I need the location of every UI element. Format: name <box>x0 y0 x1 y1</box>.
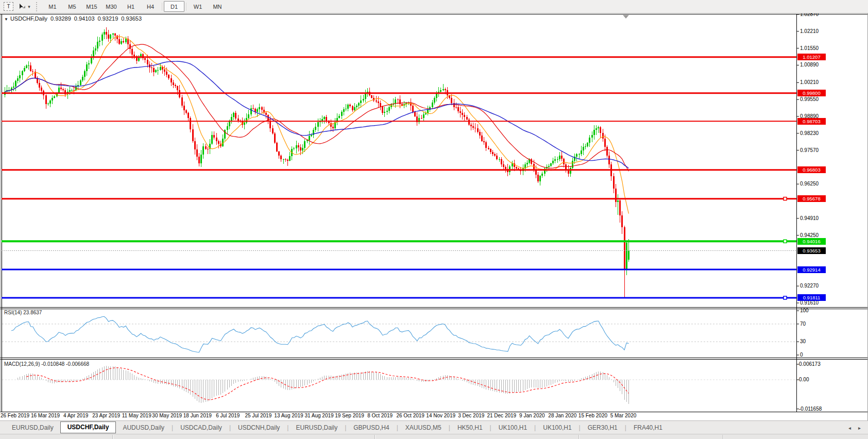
price-tick-label: 0.97570 <box>800 147 819 154</box>
tab-usdcad-daily[interactable]: USDCAD,Daily <box>174 422 229 433</box>
timeframe-button-D1[interactable]: D1 <box>164 1 184 12</box>
candle-body <box>421 118 422 119</box>
toolbar-separator <box>186 3 186 11</box>
price-badge-0.98703: 0.98703 <box>797 118 826 125</box>
candle-body <box>397 99 399 100</box>
chart-canvas[interactable] <box>0 0 868 439</box>
candle-body <box>477 128 479 131</box>
price-badge-0.92914: 0.92914 <box>797 266 826 273</box>
candle-body <box>395 99 396 104</box>
tab-usdchf-daily[interactable]: USDCHF,Daily <box>60 421 116 433</box>
candle-body <box>600 127 601 133</box>
candle-body <box>283 159 284 160</box>
candle-body <box>576 154 577 157</box>
timeframe-button-H4[interactable]: H4 <box>141 2 160 12</box>
tab-scroll-right-button[interactable]: ▸ <box>858 425 861 431</box>
symbol-tab-bar: EURUSD,DailyUSDCHF,DailyAUDUSD,Daily|USD… <box>0 420 868 434</box>
candle-body <box>628 250 629 260</box>
candle-body <box>488 148 489 149</box>
tab-uk100-h1[interactable]: UK100,H1 <box>536 422 578 433</box>
candle-body <box>118 39 120 44</box>
candle-body <box>106 32 107 35</box>
candle-body <box>274 133 276 143</box>
candle-body <box>26 65 27 67</box>
timeframe-button-M30[interactable]: M30 <box>101 2 121 12</box>
candle-body <box>224 130 226 138</box>
tab-xauusd-m5[interactable]: XAUUSD,M5 <box>399 422 448 433</box>
candle-body <box>147 60 148 64</box>
timeframe-button-M1[interactable]: M1 <box>43 2 62 12</box>
text-tool-button[interactable]: T <box>4 2 13 11</box>
candle-body <box>261 107 263 110</box>
candle-body <box>73 90 75 91</box>
tab-gbpusd-h4[interactable]: GBPUSD,H4 <box>347 422 396 433</box>
tab-hk50-h1[interactable]: HK50,H1 <box>451 422 489 433</box>
date-label: 13 Aug 2019 <box>274 413 303 419</box>
candle-body <box>349 105 351 106</box>
candle-body <box>561 156 563 159</box>
timeframe-button-W1[interactable]: W1 <box>188 2 208 12</box>
rsi-tick-label: 30 <box>800 339 806 345</box>
candle-body <box>110 35 111 39</box>
candle-body <box>293 148 295 149</box>
candle-body <box>71 90 73 91</box>
date-label: 5 Mar 2020 <box>610 413 637 419</box>
candle-body <box>494 154 496 156</box>
timeframe-button-MN[interactable]: MN <box>208 2 227 12</box>
candle-body <box>474 128 476 128</box>
timeframe-button-M5[interactable]: M5 <box>62 2 82 12</box>
price-badge-0.91811: 0.91811 <box>797 294 826 301</box>
candle-body <box>516 167 517 168</box>
candle-body <box>615 189 617 202</box>
candle-body <box>173 82 174 85</box>
date-label: 31 Aug 2019 <box>304 413 333 419</box>
tab-uk100-h1[interactable]: UK100,H1 <box>492 422 534 433</box>
cursor-tool-button[interactable]: ▾ <box>18 2 31 12</box>
date-label: 16 Mar 2019 <box>31 413 60 419</box>
macd-signal-line <box>26 368 628 400</box>
tab-audusd-daily[interactable]: AUDUSD,Daily <box>116 422 171 433</box>
candle-body <box>324 117 325 119</box>
price-tick-label: 0.98230 <box>800 130 819 137</box>
candle-body <box>445 89 446 90</box>
candle-body <box>233 113 234 117</box>
candle-body <box>231 117 232 121</box>
candle-body <box>539 176 541 181</box>
tab-ger30-h1[interactable]: GER30,H1 <box>581 422 624 433</box>
collapse-triangle-icon[interactable]: ▼ <box>4 17 8 22</box>
candle-body <box>559 156 560 159</box>
candle-body <box>296 145 297 148</box>
candle-body <box>151 67 152 68</box>
toolbar-grip[interactable] <box>36 2 40 11</box>
candle-body <box>227 126 228 130</box>
chevron-down-icon[interactable]: ▾ <box>28 4 30 9</box>
tab-usdcnh-daily[interactable]: USDCNH,Daily <box>231 422 286 433</box>
candle-body <box>326 117 327 121</box>
candle-body <box>188 113 189 118</box>
chart-shift-marker[interactable] <box>623 15 629 19</box>
candle-body <box>401 104 403 105</box>
status-separator <box>112 435 113 439</box>
candle-body <box>19 75 21 78</box>
open-value: 0.93289 <box>50 15 71 22</box>
date-label: 11 May 2019 <box>122 413 151 419</box>
candle-body <box>479 132 481 136</box>
line-handle[interactable] <box>784 296 787 299</box>
status-separator <box>375 435 376 439</box>
tab-fra40-h1[interactable]: FRA40,H1 <box>627 422 669 433</box>
candle-body <box>185 110 187 113</box>
line-handle[interactable] <box>784 197 787 200</box>
candle-body <box>363 99 364 100</box>
candle-body <box>451 98 452 103</box>
timeframe-button-H1[interactable]: H1 <box>121 2 141 12</box>
candle-body <box>613 176 615 189</box>
tab-eurusd-daily[interactable]: EURUSD,Daily <box>5 422 60 433</box>
candle-body <box>483 141 485 142</box>
candle-body <box>49 100 51 104</box>
candle-body <box>192 129 194 141</box>
timeframe-button-M15[interactable]: M15 <box>82 2 101 12</box>
candle-body <box>104 32 105 35</box>
line-handle[interactable] <box>784 240 787 243</box>
tab-scroll-left-button[interactable]: ◂ <box>848 425 851 431</box>
tab-eurusd-daily[interactable]: EURUSD,Daily <box>289 422 344 433</box>
